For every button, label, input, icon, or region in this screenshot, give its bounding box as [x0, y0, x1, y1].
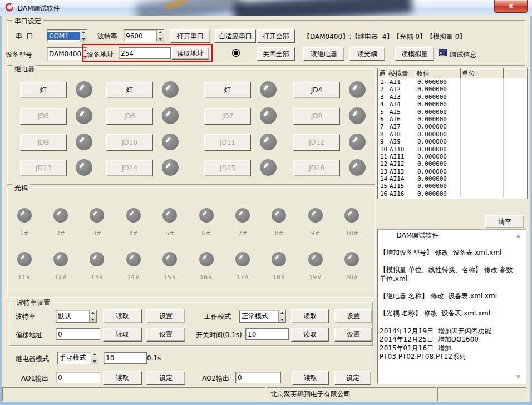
table-row[interactable]: 10 AI10 0.000000: [378, 146, 527, 153]
relay-button[interactable]: 灯: [204, 82, 251, 98]
read-relay-button[interactable]: 读继电器: [303, 47, 344, 61]
table-row[interactable]: 15 AI15 0.000000: [378, 182, 527, 190]
read-opto-button[interactable]: 读光耦: [349, 47, 385, 61]
info-textarea[interactable]: DAM调试软件 【增加设备型号】 修改 设备表.xml.xml 【模拟量 单位、…: [377, 229, 526, 384]
empty-cell: [504, 116, 526, 123]
table-row[interactable]: 9 AI9 0.000000: [378, 138, 527, 145]
table-row[interactable]: 16 AI16 0.000000: [378, 190, 527, 197]
ao2-input[interactable]: 0: [235, 372, 281, 383]
relay-button[interactable]: 灯: [106, 82, 153, 98]
opto-label: 2#: [56, 230, 65, 237]
relay-button[interactable]: JD8: [293, 108, 340, 125]
table-row[interactable]: 14 AI14 0.000000: [378, 175, 527, 182]
name-cell: AI12: [387, 160, 415, 167]
clear-button[interactable]: 清空: [485, 215, 524, 228]
name-cell: AI10: [387, 146, 415, 153]
combo-spinner-icon: [156, 30, 164, 42]
table-row[interactable]: 2 AI2 0.000000: [378, 86, 527, 93]
offset-set-button[interactable]: 设置: [146, 328, 185, 342]
ao1-input[interactable]: 0: [56, 372, 100, 383]
table-row[interactable]: 11 AI11 0.000000: [378, 153, 527, 160]
table-row[interactable]: 7 AI7 0.000000: [378, 123, 527, 130]
relay-mode-time-input[interactable]: 10: [104, 352, 147, 364]
column-header[interactable]: 数值: [415, 68, 461, 78]
relay-button[interactable]: JD7: [204, 108, 251, 125]
scroll-down-icon[interactable]: ▼: [516, 374, 520, 379]
relay-button[interactable]: 灯: [20, 82, 67, 98]
table-row[interactable]: 6 AI6 0.000000: [378, 116, 527, 123]
open-serial-button[interactable]: 打开串口: [170, 29, 210, 43]
relay-button[interactable]: JD15: [204, 160, 251, 176]
relay-button[interactable]: JD13: [20, 160, 67, 176]
column-header[interactable]: 通: [378, 68, 387, 78]
table-row[interactable]: 4 AI4 0.000000: [378, 101, 527, 108]
serial-port-value: COM1: [47, 32, 80, 40]
relay-button[interactable]: JD10: [106, 134, 153, 151]
empty-cell: [504, 175, 526, 182]
offset-input[interactable]: 0: [56, 328, 100, 340]
work-mode-combo[interactable]: 正常模式: [239, 310, 286, 323]
baud-combo[interactable]: 9600: [124, 29, 164, 42]
relay-button[interactable]: JD9: [20, 134, 67, 151]
opto-cell: 5#: [152, 208, 188, 252]
work-mode-set-button[interactable]: 设置: [334, 309, 372, 323]
unit-cell: [461, 160, 504, 167]
opto-led: [126, 208, 141, 223]
relay-button[interactable]: JD6: [106, 108, 153, 125]
relay-button[interactable]: JD14: [106, 160, 153, 176]
channel-cell: 10: [378, 146, 387, 153]
name-cell: AI14: [387, 175, 415, 182]
title-bar[interactable]: DAM调试软件 X: [0, 0, 532, 16]
relay-button[interactable]: JD4: [293, 82, 340, 98]
relay-led: [349, 107, 366, 124]
auto-serial-button[interactable]: 自适应串口: [215, 29, 256, 43]
close-all-button[interactable]: 关闭全部: [257, 47, 295, 61]
relay-button[interactable]: JD16: [293, 160, 340, 176]
column-header[interactable]: 模拟量: [387, 68, 415, 78]
company-name: 北京聚英翱翔电子有限公司: [270, 389, 351, 399]
ao2-read-button[interactable]: 读取: [292, 371, 329, 385]
serial-port-combo[interactable]: COM1: [47, 29, 87, 42]
device-model-combo[interactable]: DAM0400: [47, 47, 87, 60]
desktop-glass-reflection: [233, 0, 412, 16]
scroll-up-icon[interactable]: ▲: [516, 233, 520, 238]
ao1-set-button[interactable]: 设定: [146, 371, 185, 385]
relay-button[interactable]: JD5: [20, 108, 67, 125]
close-button[interactable]: X: [494, 0, 528, 13]
read-address-button[interactable]: 读取地址: [171, 47, 209, 60]
opto-cell: 12#: [42, 252, 78, 296]
table-row[interactable]: 13 AI13 0.000000: [378, 168, 527, 175]
debug-info-icon[interactable]: [439, 48, 447, 57]
ao2-set-button[interactable]: 设定: [334, 371, 371, 385]
unit-cell: [461, 182, 504, 190]
ao1-read-button[interactable]: 读取: [103, 371, 142, 385]
open-all-button[interactable]: 打开全部: [257, 29, 295, 43]
empty-cell: [504, 78, 526, 86]
name-cell: AI11: [387, 153, 415, 160]
relay-button[interactable]: JD12: [293, 134, 340, 151]
table-row[interactable]: 3 AI3 0.000000: [378, 93, 527, 101]
switch-time-input[interactable]: 10: [245, 328, 289, 340]
offset-read-button[interactable]: 读取: [103, 328, 142, 342]
table-row[interactable]: 8 AI8 0.000000: [378, 131, 527, 138]
table-row[interactable]: 12 AI12 0.000000: [378, 160, 527, 167]
channel-cell: 16: [378, 190, 387, 197]
relay-mode-combo[interactable]: 手动模式: [57, 352, 98, 364]
column-header[interactable]: 单位: [461, 68, 504, 78]
table-row[interactable]: 5 AI5 0.000000: [378, 108, 527, 116]
opto-label: 6#: [202, 230, 211, 237]
device-address-input[interactable]: 254: [119, 47, 171, 59]
relay-led: [76, 81, 92, 98]
relay-button[interactable]: JD11: [204, 134, 251, 151]
baud2-combo[interactable]: 默认: [56, 310, 97, 323]
read-analog-button[interactable]: 读模拟量: [395, 47, 434, 61]
work-mode-read-button[interactable]: 读取: [291, 309, 329, 323]
baud-set-button[interactable]: 设置: [146, 309, 185, 323]
table-row[interactable]: 1 AI1 0.000000: [378, 78, 527, 86]
baud-read-button[interactable]: 读取: [103, 309, 142, 323]
switch-time-read-button[interactable]: 读取: [291, 328, 329, 342]
opto-cell: 1#: [6, 208, 42, 252]
debug-info-label[interactable]: 调试信息: [450, 50, 476, 60]
switch-time-set-button[interactable]: 设置: [334, 328, 372, 342]
column-header[interactable]: [504, 68, 526, 78]
